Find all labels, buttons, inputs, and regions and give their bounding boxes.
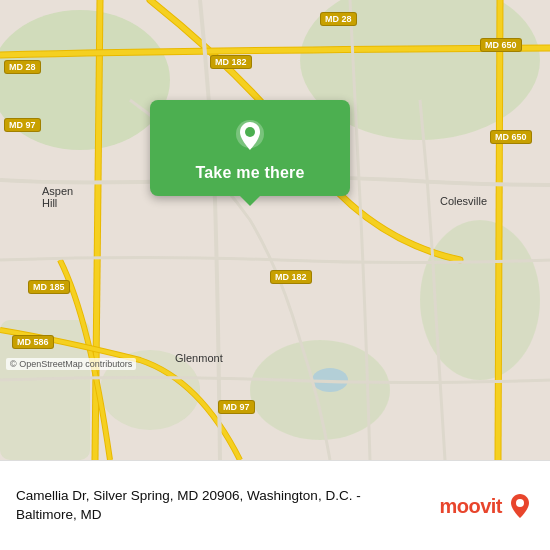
- map-container: MD 28 MD 28 MD 97 MD 182 MD 182 MD 650 M…: [0, 0, 550, 460]
- moovit-logo: moovit: [439, 492, 534, 520]
- popup-label: Take me there: [195, 164, 304, 182]
- location-pin-icon: [232, 118, 268, 154]
- take-me-there-popup[interactable]: Take me there: [150, 100, 350, 196]
- info-bar: Camellia Dr, Silver Spring, MD 20906, Wa…: [0, 460, 550, 550]
- svg-point-10: [516, 499, 524, 507]
- moovit-pin-icon: [506, 492, 534, 520]
- svg-point-9: [245, 127, 255, 137]
- moovit-brand-text: moovit: [439, 496, 502, 516]
- address-text: Camellia Dr, Silver Spring, MD 20906, Wa…: [16, 487, 416, 525]
